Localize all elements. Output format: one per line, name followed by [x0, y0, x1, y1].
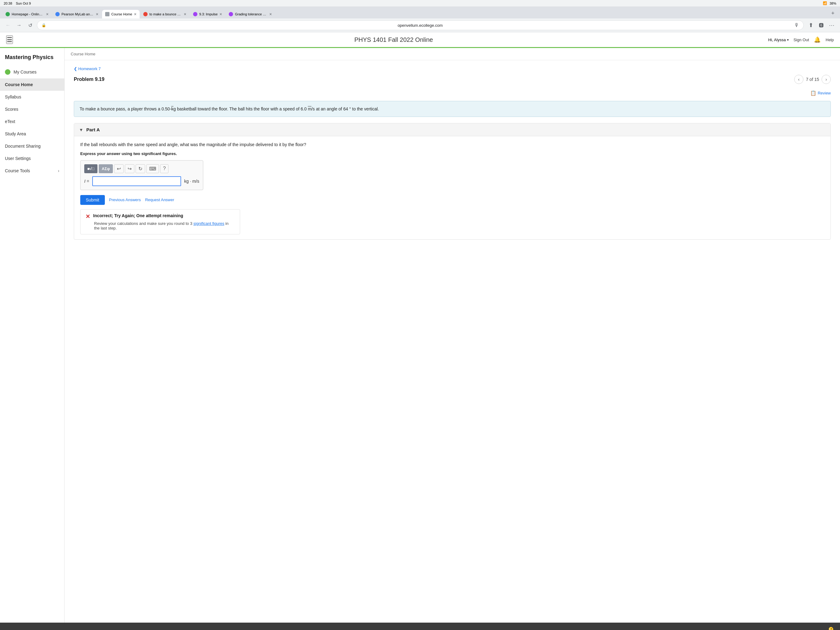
undo-button[interactable]: ↩: [114, 164, 123, 173]
sidebar-item-label-course-home: Course Home: [5, 82, 59, 87]
sidebar: Mastering Physics My Courses Course Home…: [0, 48, 65, 623]
tab-close-3[interactable]: ×: [134, 12, 136, 17]
sidebar-item-document-sharing[interactable]: Document Sharing: [0, 140, 64, 152]
tab-bar: Homepage - Online C... × Pearson MyLab a…: [0, 6, 840, 19]
back-to-homework-link[interactable]: ❮ Homework 7: [74, 66, 831, 71]
tab-close-2[interactable]: ×: [96, 12, 98, 17]
greek-btn[interactable]: ΑΣφ: [99, 164, 113, 173]
status-bar: 20:38 Sun Oct 9 📶 38%: [0, 0, 840, 6]
tab-pearson[interactable]: Pearson MyLab and M... ×: [52, 10, 101, 19]
part-a-body: If the ball rebounds with the same speed…: [74, 136, 831, 239]
back-link-text: ❮ Homework 7: [74, 66, 101, 71]
tab-label-6: Grading tolerance and...: [235, 12, 267, 16]
next-problem-button[interactable]: ›: [821, 75, 831, 84]
formula-btn[interactable]: ■√□: [84, 164, 98, 173]
tab-label-2: Pearson MyLab and M...: [62, 12, 94, 16]
sidebar-item-course-tools[interactable]: Course Tools ›: [0, 165, 64, 177]
tab-grading[interactable]: Grading tolerance and... ×: [226, 10, 275, 19]
formula-row: I = kg · m/s: [84, 176, 199, 186]
tab-label-3: Course Home: [111, 12, 132, 16]
review-link[interactable]: 📋 Review: [74, 90, 831, 96]
key-icon[interactable]: 🔑: [826, 627, 834, 630]
breadcrumb: Course Home: [65, 48, 840, 60]
tab-bounce[interactable]: to make a bounce pas... ×: [140, 10, 189, 19]
sidebar-item-course-home[interactable]: Course Home: [0, 78, 64, 91]
error-icon: ✕: [85, 213, 90, 220]
submit-button[interactable]: Submit: [80, 195, 105, 205]
problem-count: 7 of 15: [806, 77, 819, 82]
browser-chrome: 20:38 Sun Oct 9 📶 38% Homepage - Online …: [0, 0, 840, 32]
new-tab-button[interactable]: +: [828, 8, 838, 19]
keyboard-toggle-button[interactable]: ⌨: [146, 164, 159, 173]
formula-toolbar: ■√□ ΑΣφ ↩ ↪ ↻ ⌨ ?: [84, 164, 199, 173]
error-body-text: Review your calculations and make sure y…: [94, 221, 192, 226]
tab-close-4[interactable]: ×: [184, 12, 186, 17]
tab-course-home[interactable]: Course Home ×: [102, 10, 140, 19]
url-bar[interactable]: 🔒 openvellum.ecollege.com 🎙: [37, 20, 804, 30]
part-a-section: ▼ Part A If the ball rebounds with the s…: [74, 123, 831, 239]
bell-icon[interactable]: 🔔: [814, 36, 821, 43]
tab-label-1: Homepage - Online C...: [12, 12, 44, 16]
prev-problem-button[interactable]: ‹: [794, 75, 804, 84]
part-a-header[interactable]: ▼ Part A: [74, 123, 831, 136]
request-answer-link[interactable]: Request Answer: [145, 198, 174, 202]
sidebar-item-my-courses[interactable]: My Courses: [0, 65, 64, 78]
reload-button[interactable]: ↺: [26, 21, 35, 30]
tab-count-badge: 6: [819, 23, 823, 27]
mic-icon[interactable]: 🎙: [794, 22, 799, 28]
refresh-button[interactable]: ↻: [136, 164, 145, 173]
help-link[interactable]: Help: [826, 38, 834, 42]
tab-impulse[interactable]: 9.3: Impulse ×: [190, 10, 225, 19]
review-link-container: 📋 Review: [74, 90, 831, 96]
more-button[interactable]: ⋯: [827, 21, 836, 30]
action-row: Submit Previous Answers Request Answer: [80, 195, 824, 205]
forward-button[interactable]: →: [15, 21, 24, 30]
sidebar-brand: Mastering Physics: [0, 48, 64, 65]
problem-text-content: To make a bounce pass, a player throws a…: [80, 106, 379, 111]
part-a-collapse-icon: ▼: [79, 127, 83, 132]
tab-favicon-3: [105, 12, 109, 16]
sidebar-item-label-syllabus: Syllabus: [5, 95, 59, 99]
time-display: 20:38: [4, 2, 12, 5]
help-button[interactable]: ?: [160, 164, 169, 173]
error-header: ✕ Incorrect; Try Again; One attempt rema…: [85, 213, 235, 220]
previous-answers-link[interactable]: Previous Answers: [109, 198, 141, 202]
tab-count-button[interactable]: 6: [816, 21, 826, 30]
address-bar: ← → ↺ 🔒 openvellum.ecollege.com 🎙 ⬆ 6 ⋯: [0, 19, 840, 32]
answer-input[interactable]: [92, 176, 181, 186]
problem-header: Problem 9.19 ‹ 7 of 15 ›: [74, 75, 831, 84]
sig-figs-note: Express your answer using two significan…: [80, 151, 824, 156]
bottom-bar: 🔑: [0, 623, 840, 630]
tab-favicon-2: [55, 12, 60, 16]
tab-close-6[interactable]: ×: [269, 12, 272, 17]
tab-close-1[interactable]: ×: [46, 12, 49, 17]
back-button[interactable]: ←: [4, 21, 12, 30]
main-layout: Mastering Physics My Courses Course Home…: [0, 48, 840, 623]
tab-favicon-1: [6, 12, 10, 16]
sidebar-item-study-area[interactable]: Study Area: [0, 128, 64, 140]
tab-label-4: to make a bounce pas...: [149, 12, 182, 16]
review-link-text: Review: [818, 91, 831, 95]
my-courses-indicator: [5, 69, 11, 75]
content-area: Course Home ❮ Homework 7 Problem 9.19 ‹ …: [65, 48, 840, 623]
user-dropdown[interactable]: Hi, Alyssa ▾: [768, 38, 789, 42]
formula-unit: kg · m/s: [184, 179, 199, 184]
tab-favicon-4: [143, 12, 148, 16]
significant-figures-link[interactable]: significant figures: [193, 221, 224, 226]
sidebar-item-label-study-area: Study Area: [5, 131, 59, 136]
sidebar-item-label-etext: eText: [5, 119, 59, 124]
sidebar-item-etext[interactable]: eText: [0, 116, 64, 128]
hamburger-menu[interactable]: ☰: [6, 35, 13, 44]
tab-homepage[interactable]: Homepage - Online C... ×: [2, 10, 52, 19]
sidebar-item-user-settings[interactable]: User Settings: [0, 152, 64, 165]
sidebar-item-scores[interactable]: Scores: [0, 103, 64, 116]
sign-out-link[interactable]: Sign Out: [794, 38, 809, 42]
share-button[interactable]: ⬆: [806, 21, 815, 30]
tab-close-5[interactable]: ×: [219, 12, 222, 17]
wifi-icon: 📶: [823, 1, 827, 5]
redo-button[interactable]: ↪: [125, 164, 134, 173]
sidebar-item-label-my-courses: My Courses: [14, 70, 59, 74]
sidebar-item-label-user-settings: User Settings: [5, 156, 59, 161]
sidebar-item-syllabus[interactable]: Syllabus: [0, 91, 64, 103]
problem-area: ❮ Homework 7 Problem 9.19 ‹ 7 of 15 › 📋 …: [65, 60, 840, 252]
